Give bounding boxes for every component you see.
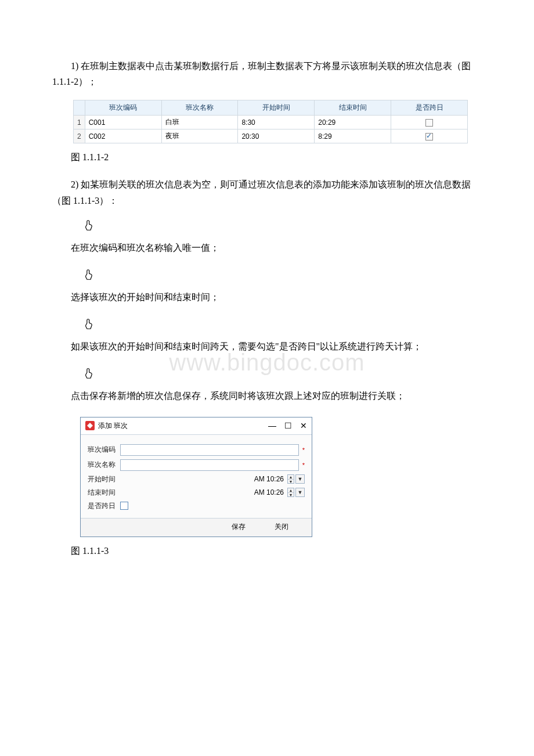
svg-point-2 bbox=[89, 320, 89, 321]
window-minimize-button[interactable]: — bbox=[268, 422, 276, 430]
save-button[interactable]: 保存 bbox=[232, 522, 246, 532]
close-button[interactable]: 关闭 bbox=[275, 522, 288, 532]
cross-day-checkbox[interactable] bbox=[120, 502, 128, 510]
input-shift-name[interactable] bbox=[120, 459, 299, 471]
list-item-1: 在班次编码和班次名称输入唯一值； bbox=[52, 240, 482, 255]
hand-bullet-icon bbox=[84, 367, 482, 380]
label-shift-name: 班次名称 bbox=[88, 460, 120, 470]
row-index: 1 bbox=[74, 116, 85, 129]
hand-bullet-icon bbox=[84, 219, 482, 232]
label-cross-day: 是否跨日 bbox=[88, 501, 120, 511]
cell-cross bbox=[391, 129, 468, 143]
window-maximize-button[interactable]: ☐ bbox=[284, 422, 292, 430]
label-end-time: 结束时间 bbox=[88, 488, 120, 498]
col-name: 班次名称 bbox=[161, 100, 238, 116]
end-time-dropdown[interactable]: ▼ bbox=[295, 488, 305, 497]
chevron-down-icon: ▼ bbox=[298, 489, 303, 495]
col-end: 结束时间 bbox=[315, 100, 391, 116]
table-header-row: 班次编码 班次名称 开始时间 结束时间 是否跨日 bbox=[74, 100, 468, 116]
app-icon bbox=[85, 421, 95, 430]
cross-day-checkbox[interactable] bbox=[425, 133, 433, 141]
col-code: 班次编码 bbox=[85, 100, 161, 116]
required-mark: * bbox=[302, 462, 305, 469]
cross-day-checkbox[interactable] bbox=[425, 119, 433, 127]
cell-end: 8:29 bbox=[315, 129, 391, 143]
chevron-down-icon: ▼ bbox=[298, 476, 303, 482]
figure-caption-1: 图 1.1.1-2 bbox=[52, 152, 482, 164]
list-item-4: 点击保存将新增的班次信息保存，系统同时将该班次跟上述对应的班制进行关联； bbox=[52, 388, 482, 404]
label-start-time: 开始时间 bbox=[88, 474, 120, 484]
label-shift-code: 班次编码 bbox=[88, 445, 120, 455]
svg-point-1 bbox=[89, 271, 89, 271]
list-item-2: 选择该班次的开始时间和结束时间； bbox=[52, 289, 482, 305]
table-row[interactable]: 1 C001 白班 8:30 20:29 bbox=[74, 116, 468, 129]
cell-name: 夜班 bbox=[161, 129, 238, 143]
corner-cell bbox=[74, 100, 85, 116]
required-mark: * bbox=[302, 447, 305, 453]
svg-point-3 bbox=[89, 369, 89, 370]
window-close-button[interactable]: ✕ bbox=[300, 422, 307, 430]
paragraph-2: 2) 如某班制关联的班次信息表为空，则可通过班次信息表的添加功能来添加该班制的班… bbox=[52, 177, 482, 208]
add-shift-dialog: 添加 班次 — ☐ ✕ 班次编码 * 班次名称 * 开始时间 AM 10:26 … bbox=[80, 417, 312, 537]
cell-start: 8:30 bbox=[238, 116, 315, 129]
end-time-value[interactable]: AM 10:26 bbox=[254, 488, 284, 496]
cell-end: 20:29 bbox=[315, 116, 391, 129]
end-time-spinner[interactable]: ▲▼ bbox=[287, 488, 294, 497]
shift-table: 班次编码 班次名称 开始时间 结束时间 是否跨日 1 C001 白班 8:30 … bbox=[73, 100, 468, 143]
cell-start: 20:30 bbox=[238, 129, 315, 143]
figure-caption-2: 图 1.1.1-3 bbox=[52, 545, 482, 557]
cell-code: C001 bbox=[85, 116, 161, 129]
cell-cross bbox=[391, 116, 468, 129]
hand-bullet-icon bbox=[84, 268, 482, 281]
col-start: 开始时间 bbox=[238, 100, 315, 116]
list-item-3: 如果该班次的开始时间和结束时间跨天，需要勾选"是否跨日"以让系统进行跨天计算； bbox=[52, 339, 482, 354]
col-cross: 是否跨日 bbox=[391, 100, 468, 116]
dialog-titlebar[interactable]: 添加 班次 — ☐ ✕ bbox=[81, 417, 312, 435]
svg-point-0 bbox=[89, 221, 89, 222]
cell-code: C002 bbox=[85, 129, 161, 143]
cell-name: 白班 bbox=[161, 116, 238, 129]
dialog-title: 添加 班次 bbox=[98, 421, 128, 431]
spin-down-icon[interactable]: ▼ bbox=[288, 492, 294, 496]
input-shift-code[interactable] bbox=[120, 444, 299, 456]
spin-up-icon[interactable]: ▲ bbox=[288, 475, 294, 479]
table-row[interactable]: 2 C002 夜班 20:30 8:29 bbox=[74, 129, 468, 143]
hand-bullet-icon bbox=[84, 318, 482, 330]
spin-up-icon[interactable]: ▲ bbox=[288, 488, 294, 492]
paragraph-1: 1) 在班制主数据表中点击某班制数据行后，班制主数据表下方将显示该班制关联的班次… bbox=[52, 58, 482, 89]
row-index: 2 bbox=[74, 129, 85, 143]
start-time-dropdown[interactable]: ▼ bbox=[295, 474, 305, 484]
spin-down-icon[interactable]: ▼ bbox=[288, 479, 294, 483]
start-time-spinner[interactable]: ▲▼ bbox=[287, 474, 294, 484]
start-time-value[interactable]: AM 10:26 bbox=[254, 475, 284, 483]
shift-table-figure: 班次编码 班次名称 开始时间 结束时间 是否跨日 1 C001 白班 8:30 … bbox=[73, 100, 482, 143]
